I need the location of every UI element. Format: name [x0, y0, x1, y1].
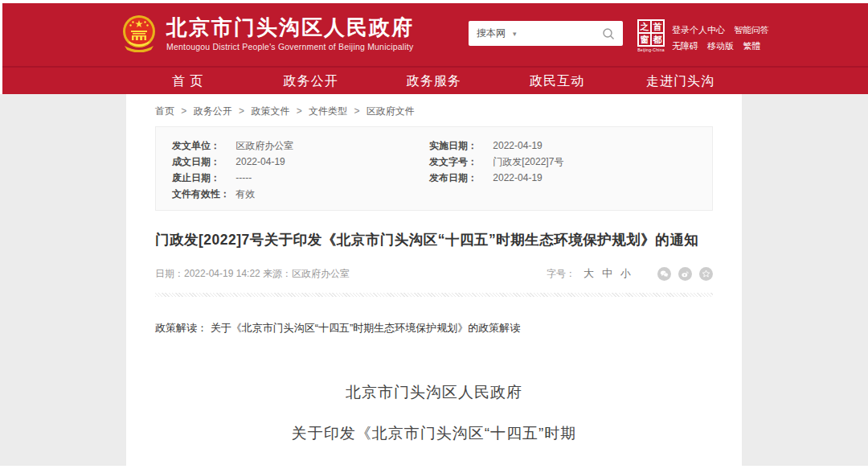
meta-value: -----	[235, 172, 252, 183]
main-nav: 首 页 政务公开 政务服务 政民互动 走进门头沟	[2, 66, 868, 94]
accessibility-link[interactable]: 无障碍	[672, 41, 698, 51]
breadcrumb-policy-docs[interactable]: 政策文件	[251, 105, 289, 117]
meta-row-validity: 文件有效性： 有效	[172, 186, 429, 202]
meta-label: 废止日期：	[172, 170, 233, 186]
nav-item-home[interactable]: 首 页	[126, 68, 249, 94]
meta-row-publish-date: 发布日期： 2022-04-19	[429, 170, 696, 186]
share-icons	[650, 267, 713, 281]
meta-row-implement-date: 实施日期： 2022-04-19	[429, 138, 696, 154]
top-links-row2: 无障碍 移动版 繁體	[672, 38, 776, 54]
capital-window-grid: 之 首 窗 都	[637, 19, 665, 47]
search-scope-selector[interactable]: 搜本网 ▾	[477, 27, 517, 40]
font-size-medium-button[interactable]: 中	[602, 266, 612, 281]
font-size-large-button[interactable]: 大	[583, 266, 594, 281]
meta-label: 成文日期：	[172, 154, 233, 170]
body-region: 首页 > 政务公开 > 政策文件 > 文件类型 > 区政府文件 发文单位： 区政…	[0, 94, 868, 466]
brand-text: 北京市门头沟区人民政府 Mentougou District People's …	[166, 15, 414, 51]
weibo-share-icon[interactable]	[678, 267, 692, 281]
search-box[interactable]: 搜本网 ▾	[469, 21, 623, 46]
meta-value: 有效	[235, 188, 255, 200]
meta-value: 2022-04-19	[493, 172, 542, 183]
date-row: 日期：2022-04-19 14:22 来源：区政府办公室 字号： 大 中 小	[155, 266, 713, 281]
document-meta-box: 发文单位： 区政府办公室 成文日期： 2022-04-19 废止日期： ----…	[155, 126, 713, 211]
meta-row-written-date: 成文日期： 2022-04-19	[172, 154, 429, 170]
hatched-divider	[155, 293, 713, 297]
favorite-star-icon[interactable]	[699, 267, 713, 281]
document-body-line: 关于印发《北京市门头沟区“十四五”时期	[155, 423, 713, 443]
nav-item-about-mentougou[interactable]: 走进门头沟	[619, 68, 742, 94]
meta-label: 实施日期：	[429, 138, 490, 154]
site-title: 北京市门头沟区人民政府	[166, 15, 414, 39]
breadcrumb-separator: >	[239, 105, 244, 117]
nav-item-gov-services[interactable]: 政务服务	[372, 68, 495, 94]
meta-label: 文件有效性：	[172, 186, 233, 202]
portal-char: 窗	[638, 33, 651, 46]
meta-label: 发文字号：	[429, 154, 490, 170]
breadcrumb-doc-type[interactable]: 文件类型	[309, 105, 347, 117]
meta-label: 发文单位：	[172, 138, 233, 154]
breadcrumb-separator: >	[181, 105, 186, 117]
portal-caption: Beijing-China	[637, 47, 665, 52]
breadcrumb-home[interactable]: 首页	[155, 105, 174, 117]
breadcrumb-separator: >	[354, 105, 359, 117]
policy-interpretation-row: 政策解读： 关于《北京市门头沟区“十四五”时期生态环境保护规划》的政策解读	[155, 321, 713, 335]
document-body: 北京市门头沟区人民政府 关于印发《北京市门头沟区“十四五”时期 生态环境保护规划…	[155, 382, 713, 466]
portal-char: 首	[651, 20, 664, 33]
policy-interpretation-link[interactable]: 关于《北京市门头沟区“十四五”时期生态环境保护规划》的政策解读	[211, 322, 521, 334]
portal-char: 都	[651, 33, 664, 46]
nav-item-interaction[interactable]: 政民互动	[496, 68, 619, 94]
top-links-row1: 登录个人中心 智能问答	[672, 22, 776, 38]
breadcrumb-gov-affairs[interactable]: 政务公开	[194, 105, 232, 117]
policy-interpretation-label: 政策解读：	[155, 322, 207, 334]
site-subtitle: Mentougou District People's Government o…	[166, 42, 414, 51]
wechat-share-icon[interactable]	[657, 267, 671, 281]
mobile-version-link[interactable]: 移动版	[707, 41, 734, 51]
breadcrumb: 首页 > 政务公开 > 政策文件 > 文件类型 > 区政府文件	[155, 105, 713, 118]
search-icon[interactable]	[602, 27, 615, 40]
capital-window-logo[interactable]: 之 首 窗 都 Beijing-China	[637, 19, 665, 52]
document-body-line: 生态环境保护规划》的通知	[155, 464, 713, 466]
meta-value: 2022-04-19	[493, 140, 542, 151]
font-size-label: 字号：	[547, 267, 575, 281]
traditional-chinese-link[interactable]: 繁體	[743, 41, 760, 51]
breadcrumb-separator: >	[297, 105, 302, 117]
login-link[interactable]: 登录个人中心	[672, 25, 725, 35]
top-links: 登录个人中心 智能问答 无障碍 移动版 繁體	[672, 22, 776, 54]
search-scope-label: 搜本网	[477, 27, 506, 40]
meta-value: 门政发[2022]7号	[493, 156, 563, 167]
top-region: 北京市门头沟区人民政府 Mentougou District People's …	[0, 0, 868, 94]
meta-row-issuing-unit: 发文单位： 区政府办公室	[172, 138, 429, 154]
date-row-controls: 字号： 大 中 小	[547, 266, 713, 281]
breadcrumb-district-docs[interactable]: 区政府文件	[366, 105, 415, 117]
national-emblem-icon	[122, 14, 156, 52]
meta-row-doc-number: 发文字号： 门政发[2022]7号	[429, 154, 696, 170]
page: 北京市门头沟区人民政府 Mentougou District People's …	[0, 0, 868, 466]
nav-inner: 首 页 政务公开 政务服务 政民互动 走进门头沟	[126, 68, 742, 94]
site-header: 北京市门头沟区人民政府 Mentougou District People's …	[2, 3, 868, 66]
meta-value: 2022-04-19	[235, 156, 285, 167]
page-title: 门政发[2022]7号关于印发《北京市门头沟区“十四五”时期生态环境保护规划》的…	[155, 230, 713, 249]
header-red-block: 北京市门头沟区人民政府 Mentougou District People's …	[2, 3, 868, 94]
portal-char: 之	[638, 20, 651, 33]
date-source-text: 日期：2022-04-19 14:22 来源：区政府办公室	[155, 267, 350, 281]
meta-value: 区政府办公室	[235, 140, 293, 151]
meta-column-right: 实施日期： 2022-04-19 发文字号： 门政发[2022]7号 发布日期：…	[429, 138, 696, 202]
meta-row-repeal-date: 废止日期： -----	[172, 170, 429, 186]
content-column: 首页 > 政务公开 > 政策文件 > 文件类型 > 区政府文件 发文单位： 区政…	[126, 94, 742, 466]
smart-qa-link[interactable]: 智能问答	[734, 25, 769, 35]
meta-column-left: 发文单位： 区政府办公室 成文日期： 2022-04-19 废止日期： ----…	[172, 138, 429, 202]
font-size-small-button[interactable]: 小	[620, 266, 631, 281]
meta-label: 发布日期：	[429, 170, 490, 186]
chevron-down-icon: ▾	[513, 30, 517, 38]
nav-item-gov-affairs[interactable]: 政务公开	[249, 68, 372, 94]
document-body-line: 北京市门头沟区人民政府	[155, 382, 713, 402]
site-brand[interactable]: 北京市门头沟区人民政府 Mentougou District People's …	[122, 14, 414, 52]
